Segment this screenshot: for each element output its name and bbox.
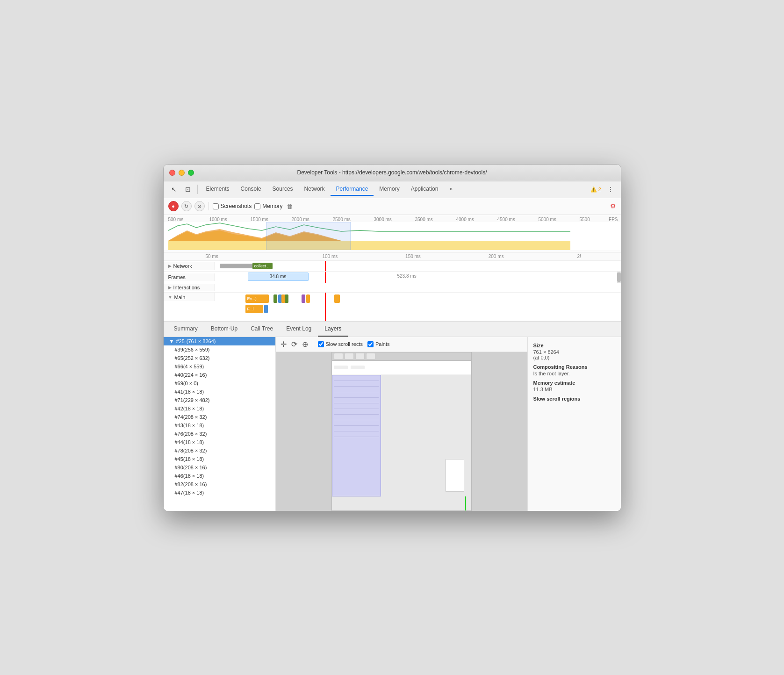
tab-summary[interactable]: Summary xyxy=(167,322,204,337)
memory-checkbox-label[interactable]: Memory xyxy=(254,203,282,209)
main-label: Main xyxy=(174,294,185,300)
tab-event-log[interactable]: Event Log xyxy=(280,322,318,337)
layer-item-47[interactable]: #47(18 × 18) xyxy=(164,488,275,497)
rotate-tool-icon[interactable]: ⟳ xyxy=(291,340,297,349)
tab-memory[interactable]: Memory xyxy=(374,183,405,196)
task-f[interactable]: F...l xyxy=(245,305,263,313)
mini-nav-bar xyxy=(334,366,348,369)
tab-layers[interactable]: Layers xyxy=(318,322,348,337)
layer-item-40[interactable]: #40(224 × 16) xyxy=(164,371,275,379)
warning-icon: ⚠️ xyxy=(590,187,597,193)
interactions-arrow[interactable]: ▶ xyxy=(168,285,172,290)
minimize-button[interactable] xyxy=(179,170,185,176)
screenshots-checkbox[interactable] xyxy=(213,203,219,209)
toolbar-separator xyxy=(209,202,209,210)
screenshots-checkbox-label[interactable]: Screenshots xyxy=(213,203,252,209)
layer-item-41[interactable]: #41(18 × 18) xyxy=(164,388,275,396)
paints-label[interactable]: Paints xyxy=(367,341,390,347)
layer-item-74[interactable]: #74(208 × 32) xyxy=(164,413,275,421)
main-arrow[interactable]: ▼ xyxy=(168,295,173,300)
interactions-label: Interactions xyxy=(173,285,200,290)
scrollbar-track[interactable] xyxy=(617,272,621,283)
ruler-3500: 3500 ms xyxy=(415,217,456,222)
task-small-6[interactable] xyxy=(306,294,310,303)
more-options-icon[interactable]: ⋮ xyxy=(604,183,617,196)
tab-sources[interactable]: Sources xyxy=(267,183,299,196)
mini-tab-4 xyxy=(366,353,375,359)
memory-est-value: 11.3 MB xyxy=(533,387,615,392)
clear-button[interactable]: 🗑 xyxy=(287,203,293,210)
reload-button[interactable]: ↻ xyxy=(181,201,192,211)
tab-call-tree[interactable]: Call Tree xyxy=(244,322,280,337)
layer-item-76[interactable]: #76(208 × 32) xyxy=(164,430,275,438)
task-event[interactable]: Ev...) xyxy=(245,294,269,303)
slow-scroll-label[interactable]: Slow scroll rects xyxy=(318,341,363,347)
paints-checkbox[interactable] xyxy=(367,341,374,347)
layers-panel: ▼ #25 (761 × 8264) #39(256 × 559) #65(25… xyxy=(164,337,621,511)
tab-bottom-up[interactable]: Bottom-Up xyxy=(204,322,244,337)
zoom-100ms: 100 ms xyxy=(288,254,372,259)
network-label: Network xyxy=(173,263,192,269)
layer-item-69[interactable]: #69(0 × 0) xyxy=(164,379,275,388)
maximize-button[interactable] xyxy=(188,170,194,176)
toolbar: ● ↻ ⊘ Screenshots Memory 🗑 ⚙ xyxy=(164,198,621,215)
zoomed-timeline: 50 ms 100 ms 150 ms 200 ms 2! ▶ Network … xyxy=(164,252,621,322)
frames-track-content: 34.8 ms 523.8 ms xyxy=(215,272,621,283)
network-track-label: ▶ Network xyxy=(164,262,215,270)
tab-console[interactable]: Console xyxy=(235,183,267,196)
layer-item-39[interactable]: #39(256 × 559) xyxy=(164,345,275,354)
move-tool-icon[interactable]: ⊕ xyxy=(302,340,308,349)
cursor-icon[interactable]: ↖ xyxy=(167,183,180,196)
network-arrow[interactable]: ▶ xyxy=(168,264,172,268)
layers-canvas-container: ✛ ⟳ ⊕ Slow scroll rects Paints xyxy=(276,337,527,511)
mini-body xyxy=(332,361,471,510)
task-small-1[interactable] xyxy=(273,294,277,303)
tab-elements[interactable]: Elements xyxy=(201,183,235,196)
warning-badge[interactable]: ⚠️ 2 xyxy=(590,187,601,193)
layer-item-82[interactable]: #82(208 × 16) xyxy=(164,480,275,488)
layer-item-66[interactable]: #66(4 × 559) xyxy=(164,362,275,371)
network-track-content: collect ... xyxy=(215,261,621,271)
mini-row-2 xyxy=(334,383,379,387)
tab-more[interactable]: » xyxy=(444,183,458,196)
tab-separator xyxy=(197,185,198,194)
mini-top-bar xyxy=(332,361,471,375)
layer-item-71[interactable]: #71(229 × 482) xyxy=(164,396,275,404)
ruler-4000: 4000 ms xyxy=(456,217,497,222)
tab-bar: ↖ ⊡ Elements Console Sources Network Per… xyxy=(164,181,621,198)
main-track-row: ▼ Main Ev...) F...l xyxy=(164,293,621,321)
ruler-1500: 1500 ms xyxy=(251,217,292,222)
size-label: Size xyxy=(533,343,615,348)
tab-application[interactable]: Application xyxy=(405,183,444,196)
network-track-row: ▶ Network collect ... xyxy=(164,261,621,272)
record-button[interactable]: ● xyxy=(168,201,179,211)
task-small-4[interactable] xyxy=(285,294,288,303)
size-value: 761 × 8264 xyxy=(533,349,615,355)
layer-item-80[interactable]: #80(208 × 16) xyxy=(164,463,275,472)
layer-item-46[interactable]: #46(18 × 18) xyxy=(164,472,275,480)
frame-block-1[interactable]: 34.8 ms xyxy=(248,273,309,281)
scrollbar-thumb[interactable] xyxy=(617,273,621,282)
tab-network[interactable]: Network xyxy=(299,183,331,196)
memory-checkbox[interactable] xyxy=(254,203,260,209)
slow-scroll-text: Slow scroll rects xyxy=(326,341,363,347)
layer-item-44[interactable]: #44(18 × 18) xyxy=(164,438,275,446)
tab-performance[interactable]: Performance xyxy=(331,183,374,196)
task-blue-1[interactable] xyxy=(264,305,268,313)
timeline-bars xyxy=(164,222,621,250)
layer-item-42[interactable]: #42(18 × 18) xyxy=(164,404,275,413)
settings-icon[interactable]: ⚙ xyxy=(610,202,616,210)
layer-item-root[interactable]: ▼ #25 (761 × 8264) xyxy=(164,337,275,345)
layer-item-43[interactable]: #43(18 × 18) xyxy=(164,421,275,430)
close-button[interactable] xyxy=(169,170,175,176)
layer-item-45[interactable]: #45(18 × 18) xyxy=(164,455,275,463)
dock-icon[interactable]: ⊡ xyxy=(181,183,194,196)
stop-button[interactable]: ⊘ xyxy=(194,201,205,211)
layer-item-78[interactable]: #78(208 × 32) xyxy=(164,446,275,455)
ruler-4500: 4500 ms xyxy=(497,217,539,222)
pan-tool-icon[interactable]: ✛ xyxy=(281,340,287,349)
task-small-5[interactable] xyxy=(302,294,305,303)
task-small-7[interactable] xyxy=(334,294,340,303)
layer-item-65[interactable]: #65(252 × 632) xyxy=(164,354,275,362)
slow-scroll-checkbox[interactable] xyxy=(318,341,324,347)
